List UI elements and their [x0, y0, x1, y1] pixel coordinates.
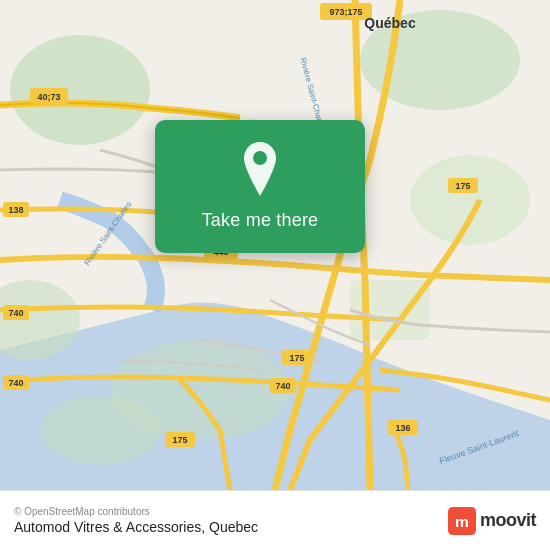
svg-text:740: 740 [275, 381, 290, 391]
map-attribution: © OpenStreetMap contributors [14, 506, 258, 517]
place-name-label: Automod Vitres & Accessories, Quebec [14, 519, 258, 535]
take-me-there-button[interactable]: Take me there [173, 206, 347, 235]
bottom-info: © OpenStreetMap contributors Automod Vit… [14, 506, 258, 535]
svg-text:740: 740 [8, 308, 23, 318]
svg-text:175: 175 [455, 181, 470, 191]
svg-text:40;73: 40;73 [37, 92, 60, 102]
svg-text:138: 138 [8, 205, 23, 215]
moovit-m-icon: m [448, 507, 476, 535]
svg-point-34 [253, 151, 267, 165]
location-popup: Take me there [155, 120, 365, 253]
svg-text:175: 175 [289, 353, 304, 363]
map-view: 973;175 40;73 138 740 740 440 175 175 13… [0, 0, 550, 490]
svg-text:973;175: 973;175 [329, 7, 362, 17]
svg-text:175: 175 [172, 435, 187, 445]
svg-point-7 [40, 395, 160, 465]
moovit-logo: m moovit [448, 507, 536, 535]
moovit-brand-text: moovit [480, 510, 536, 531]
location-pin-icon [238, 142, 282, 196]
svg-text:136: 136 [395, 423, 410, 433]
svg-text:m: m [455, 513, 469, 530]
svg-point-4 [410, 155, 530, 245]
bottom-bar: © OpenStreetMap contributors Automod Vit… [0, 490, 550, 550]
svg-text:Québec: Québec [364, 15, 416, 31]
svg-text:740: 740 [8, 378, 23, 388]
